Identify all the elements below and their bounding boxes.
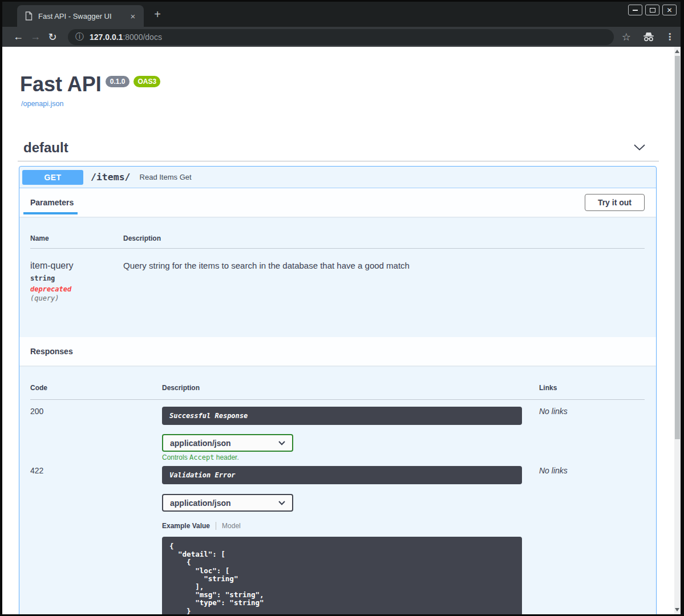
browser-window: Fast API - Swagger UI × + ✕ ← → ↻ ⓘ 127.… — [2, 2, 681, 614]
responses-header-band: Responses — [19, 337, 656, 366]
window-minimize-button[interactable] — [628, 5, 642, 15]
bookmark-star-icon[interactable]: ☆ — [622, 31, 631, 43]
parameters-table: Name Description item-query string depre… — [19, 217, 656, 337]
resp-col-links: Links — [539, 384, 645, 399]
media-type-value: application/json — [170, 439, 231, 448]
tag-section-header[interactable]: default — [18, 134, 659, 161]
tab-close-icon[interactable]: × — [128, 11, 138, 21]
param-name: item-query — [30, 261, 123, 271]
response-422-description-panel: Validation Error — [162, 466, 522, 484]
incognito-icon — [642, 32, 655, 42]
page-favicon-icon — [25, 11, 33, 21]
page-title: Fast API — [20, 73, 102, 96]
tag-section-title: default — [18, 140, 68, 156]
url-text: 127.0.0.1:8000/docs — [90, 33, 162, 42]
operation-path: /items/ — [91, 172, 131, 183]
param-col-name: Name — [30, 234, 123, 248]
param-location: (query) — [30, 294, 123, 302]
reload-icon[interactable]: ↻ — [44, 31, 61, 43]
response-200-description-panel: Successful Response — [162, 407, 522, 425]
forward-icon[interactable]: → — [27, 31, 44, 43]
resp-col-code: Code — [30, 384, 162, 399]
operation-summary[interactable]: GET /items/ Read Items Get — [19, 167, 656, 188]
version-badge: 0.1.0 — [106, 76, 130, 87]
openapi-spec-link[interactable]: /openapi.json — [21, 100, 63, 108]
tab-strip: Fast API - Swagger UI × + ✕ — [2, 2, 681, 27]
new-tab-button[interactable]: + — [151, 7, 164, 21]
table-row: 200 Successful Response application/json… — [30, 400, 645, 461]
responses-table: Code Description Links 200 Successful Re… — [19, 366, 656, 614]
response-code-422: 422 — [30, 466, 162, 614]
media-type-select-200[interactable]: application/json — [162, 434, 293, 452]
window-close-button[interactable]: ✕ — [662, 5, 677, 15]
oas-badge: OAS3 — [133, 76, 160, 87]
browser-menu-icon[interactable]: ⋮ — [665, 31, 673, 42]
tab-title: Fast API - Swagger UI — [38, 12, 128, 21]
param-description: Query string for the items to search in … — [123, 261, 645, 302]
param-col-description: Description — [123, 234, 645, 248]
browser-chrome: Fast API - Swagger UI × + ✕ ← → ↻ ⓘ 127.… — [2, 2, 681, 47]
swagger-page: Fast API 0.1.0 OAS3 /openapi.json defaul… — [2, 47, 674, 614]
browser-tab[interactable]: Fast API - Swagger UI × — [17, 5, 144, 27]
media-type-select-422[interactable]: application/json — [162, 494, 293, 512]
response-200-links: No links — [539, 407, 645, 461]
chevron-down-icon[interactable] — [634, 144, 645, 151]
response-422-links: No links — [539, 466, 645, 614]
example-model-tabs: Example Value Model — [162, 522, 539, 530]
responses-heading: Responses — [30, 347, 73, 356]
resp-col-description: Description — [162, 384, 539, 399]
scrollbar-thumb[interactable] — [675, 56, 680, 439]
example-json-code: { "detail": [ { "loc": [ "string" ], "ms… — [169, 542, 515, 614]
table-row: item-query string deprecated (query) Que… — [30, 249, 645, 302]
scrollbar-up-arrow-icon[interactable] — [675, 50, 679, 53]
media-type-value: application/json — [170, 499, 231, 508]
controls-accept-note: Controls Accept header. — [162, 453, 539, 461]
operation-summary-text: Read Items Get — [140, 173, 192, 181]
url-host: 127.0.0.1 — [90, 33, 123, 42]
response-422-description: Validation Error — [169, 471, 236, 479]
tab-divider — [216, 522, 216, 530]
param-deprecated-flag: deprecated — [30, 285, 123, 293]
tab-model[interactable]: Model — [222, 522, 241, 530]
page-scrollbar[interactable] — [674, 47, 681, 614]
table-row: 422 Validation Error application/json Ex… — [30, 466, 645, 614]
response-code-200: 200 — [30, 407, 162, 461]
site-info-icon[interactable]: ⓘ — [75, 31, 84, 42]
try-it-out-button[interactable]: Try it out — [585, 194, 645, 211]
parameters-header-band: Parameters Try it out — [19, 188, 656, 217]
select-chevron-icon — [278, 501, 285, 505]
param-type: string — [30, 274, 123, 282]
window-maximize-button[interactable] — [645, 5, 659, 15]
example-json-block: { "detail": [ { "loc": [ "string" ], "ms… — [162, 537, 522, 614]
response-200-description: Successful Response — [169, 412, 248, 420]
method-badge: GET — [22, 170, 83, 185]
url-path: :8000/docs — [123, 33, 162, 42]
url-bar[interactable]: ⓘ 127.0.0.1:8000/docs — [68, 29, 614, 45]
back-icon[interactable]: ← — [10, 31, 27, 43]
operation-block-get-items: GET /items/ Read Items Get Parameters Tr… — [19, 166, 657, 614]
parameters-tab: Parameters — [30, 198, 74, 207]
browser-toolbar: ← → ↻ ⓘ 127.0.0.1:8000/docs ☆ ⋮ — [2, 27, 681, 47]
select-chevron-icon — [278, 441, 285, 445]
scrollbar-down-arrow-icon[interactable] — [675, 608, 679, 611]
tab-example-value[interactable]: Example Value — [162, 522, 210, 530]
